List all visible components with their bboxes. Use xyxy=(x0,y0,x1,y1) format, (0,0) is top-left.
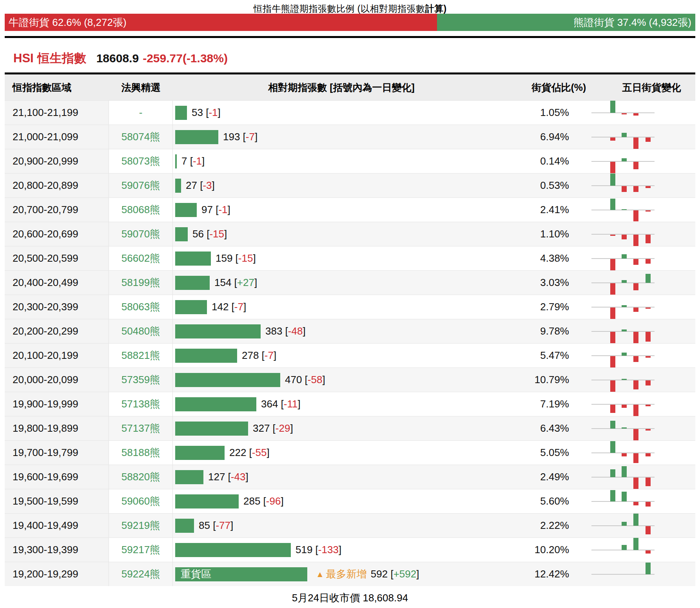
change-bracket-open: [ xyxy=(246,447,252,459)
spark-down-bar xyxy=(610,259,615,271)
oi-percent-value: 0.53% xyxy=(455,174,572,197)
change-bracket-close: ] xyxy=(339,544,341,556)
spark-down-bar xyxy=(610,235,615,236)
five-day-sparkline xyxy=(591,149,655,174)
spark-down-bar xyxy=(633,502,638,505)
five-day-sparkline xyxy=(591,174,655,198)
index-range: 20,100-20,199 xyxy=(5,344,109,367)
open-interest-value: 159 xyxy=(216,252,232,264)
open-interest-value: 592 xyxy=(371,568,388,580)
warrant-code-link[interactable]: 56602熊 xyxy=(122,252,160,265)
open-interest-value: 193 xyxy=(223,131,240,143)
open-interest-bar xyxy=(175,179,181,193)
index-range: 19,600-19,699 xyxy=(5,465,109,489)
warrant-code-link[interactable]: 59219熊 xyxy=(122,519,160,532)
change-bracket-open: [ xyxy=(203,107,209,119)
warrant-code-link[interactable]: 59217熊 xyxy=(122,543,160,557)
warrant-code-link[interactable]: 58820熊 xyxy=(122,470,160,484)
daily-change: -29 xyxy=(276,422,290,434)
spark-down-bar xyxy=(633,138,638,149)
column-header-open-interest: 相對期指張數 [括號內為一日變化] xyxy=(173,81,510,94)
index-range: 20,500-20,599 xyxy=(5,246,109,270)
oi-percent-value: 5.60% xyxy=(455,489,572,513)
change-bracket-open: [ xyxy=(187,155,192,167)
index-range: 19,800-19,899 xyxy=(5,416,109,440)
warrant-code-link[interactable]: 57359熊 xyxy=(122,373,160,387)
spark-down-bar xyxy=(622,453,627,456)
change-bracket-close: ] xyxy=(290,422,293,434)
index-price: 18608.9 xyxy=(96,52,139,65)
open-interest-table: 恒指指數區域 法興精選 相對期指張數 [括號內為一日變化] 街貨佔比(%) 五日… xyxy=(5,72,695,586)
table-row: 20,100-20,199 58821熊 278 [ -7 ] 5.47% xyxy=(5,343,695,367)
warrant-code-link[interactable]: 57138熊 xyxy=(122,397,160,411)
daily-change: +592 xyxy=(394,568,417,580)
spark-down-bar xyxy=(646,526,651,534)
five-day-sparkline xyxy=(591,489,655,514)
five-day-sparkline xyxy=(591,295,655,319)
warrant-code-link[interactable]: 58073熊 xyxy=(122,154,160,168)
warrant-code-link[interactable]: 59076熊 xyxy=(122,179,160,192)
table-row: 21,000-21,099 58074熊 193 [ -7 ] 6.94% xyxy=(5,125,695,149)
oi-percent-value: 6.43% xyxy=(455,416,572,440)
warrant-code-link[interactable]: 59070熊 xyxy=(122,227,160,241)
warrant-code-link[interactable]: 58063熊 xyxy=(122,300,160,314)
spark-down-bar xyxy=(646,429,651,431)
spark-down-bar xyxy=(633,453,638,463)
spark-down-bar xyxy=(646,478,651,486)
spark-up-bar xyxy=(622,329,627,331)
spark-down-bar xyxy=(622,186,627,192)
spark-down-bar xyxy=(646,332,651,342)
warrant-code-link[interactable]: 59060熊 xyxy=(122,494,160,508)
change-bracket-open: [ xyxy=(260,495,266,507)
warrant-code-link[interactable]: 57137熊 xyxy=(122,422,160,435)
spark-up-bar xyxy=(646,274,651,283)
index-range: 19,700-19,799 xyxy=(5,441,109,465)
five-day-sparkline xyxy=(591,222,655,246)
spark-down-bar xyxy=(646,259,651,264)
spark-down-bar xyxy=(610,138,615,141)
open-interest-value: 285 xyxy=(243,495,260,507)
heavy-zone-label: 重貨區 xyxy=(175,567,211,581)
oi-percent-value: 12.42% xyxy=(455,562,572,586)
warrant-code-link[interactable]: 58074熊 xyxy=(122,130,160,144)
sparkline-baseline xyxy=(591,574,655,575)
change-bracket-close: ] xyxy=(202,155,205,167)
warrant-code-link[interactable]: 58188熊 xyxy=(122,446,160,460)
five-day-sparkline xyxy=(591,319,655,344)
spark-up-bar xyxy=(610,441,615,453)
index-range: 20,900-20,999 xyxy=(5,149,109,173)
change-bracket-close: ] xyxy=(253,252,256,264)
open-interest-bar xyxy=(175,422,248,436)
spark-down-bar xyxy=(633,380,638,389)
oi-percent-value: 5.05% xyxy=(455,441,572,465)
spark-down-bar xyxy=(633,186,638,192)
spark-down-bar xyxy=(610,356,615,367)
five-day-sparkline xyxy=(591,538,655,562)
spark-up-bar xyxy=(622,379,627,380)
warrant-code-link[interactable]: 50480熊 xyxy=(122,324,160,338)
open-interest-value: 327 xyxy=(253,422,270,434)
warrant-code-link[interactable]: 58821熊 xyxy=(122,349,160,362)
open-interest-bar xyxy=(175,252,211,266)
change-bracket-close: ] xyxy=(322,374,325,386)
closing-price-footer: 5月24日收市價 18,608.94 xyxy=(0,591,700,605)
warrant-code-link[interactable]: 59224熊 xyxy=(122,567,160,581)
open-interest-value: 142 xyxy=(212,301,228,313)
spark-up-bar xyxy=(610,469,615,477)
spark-down-bar xyxy=(633,332,638,343)
spark-up-bar xyxy=(633,538,638,550)
index-range: 20,000-20,099 xyxy=(5,368,109,392)
index-range: 19,300-19,399 xyxy=(5,538,109,562)
table-row: 20,900-20,999 58073熊 7 [ -1 ] 0.14% xyxy=(5,149,695,173)
daily-change: -7 xyxy=(234,301,243,313)
daily-change: -77 xyxy=(216,519,230,532)
warrant-code-link[interactable]: 58068熊 xyxy=(122,203,160,217)
max-increase-badge: ▲最多新增 xyxy=(316,567,367,581)
open-interest-bar xyxy=(175,106,187,120)
warrant-code-link[interactable]: 58199熊 xyxy=(122,276,160,290)
spark-up-bar xyxy=(633,514,638,526)
index-range: 20,600-20,699 xyxy=(5,222,109,246)
spark-down-bar xyxy=(646,308,651,309)
spark-up-bar xyxy=(610,490,615,501)
table-row: 19,800-19,899 57137熊 327 [ -29 ] 6.43% xyxy=(5,416,695,440)
